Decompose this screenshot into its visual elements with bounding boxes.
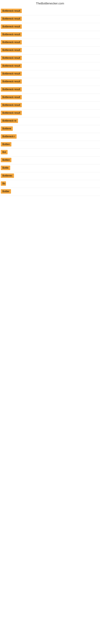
bottleneck-badge-18[interactable]: Bottlen [1, 142, 11, 146]
bottleneck-row-4: Bottleneck result [0, 31, 100, 39]
bottleneck-badge-1[interactable]: Bottleneck result [1, 9, 22, 13]
site-header: TheBottlenecker.com [0, 0, 100, 8]
bottleneck-badge-17[interactable]: Bottleneck r [1, 134, 17, 139]
bottleneck-badge-12[interactable]: Bottleneck result [1, 95, 22, 100]
bottleneck-badge-20[interactable]: Bottlen [1, 158, 11, 162]
bottleneck-row-19: Bot [0, 149, 100, 156]
bottleneck-row-18: Bottlen [0, 141, 100, 149]
bottleneck-row-5: Bottleneck result [0, 39, 100, 47]
bottleneck-row-11: Bottleneck result [0, 86, 100, 94]
bottleneck-row-13: Bottleneck result [0, 102, 100, 110]
bottleneck-row-14: Bottleneck result [0, 110, 100, 117]
bottleneck-badge-2[interactable]: Bottleneck result [1, 16, 22, 21]
bottleneck-row-23: Bo [0, 180, 100, 188]
page-container: TheBottlenecker.com Bottleneck resultBot… [0, 0, 100, 196]
bottleneck-row-9: Bottleneck result [0, 70, 100, 78]
bottleneck-row-6: Bottleneck result [0, 47, 100, 54]
bottleneck-badge-22[interactable]: Bottlenec [1, 174, 14, 178]
bottleneck-row-16: Bottlene [0, 125, 100, 133]
bottleneck-badge-15[interactable]: Bottleneck re [1, 118, 18, 123]
bottleneck-badge-21[interactable]: Bottle [1, 166, 10, 170]
bottleneck-row-2: Bottleneck result [0, 15, 100, 23]
bottleneck-badge-4[interactable]: Bottleneck result [1, 32, 22, 37]
rows-container: Bottleneck resultBottleneck resultBottle… [0, 8, 100, 196]
bottleneck-badge-10[interactable]: Bottleneck result [1, 79, 22, 84]
bottleneck-row-12: Bottleneck result [0, 94, 100, 102]
bottleneck-badge-14[interactable]: Bottleneck result [1, 111, 22, 115]
bottleneck-row-22: Bottlenec [0, 172, 100, 180]
bottleneck-row-21: Bottle [0, 164, 100, 172]
bottleneck-badge-16[interactable]: Bottlene [1, 126, 13, 131]
bottleneck-row-1: Bottleneck result [0, 8, 100, 15]
bottleneck-badge-7[interactable]: Bottleneck result [1, 56, 22, 60]
bottleneck-row-20: Bottlen [0, 156, 100, 164]
bottleneck-row-24: Bottler [0, 188, 100, 196]
site-title: TheBottlenecker.com [0, 0, 100, 8]
bottleneck-badge-3[interactable]: Bottleneck result [1, 24, 22, 29]
bottleneck-badge-6[interactable]: Bottleneck result [1, 48, 22, 52]
bottleneck-badge-23[interactable]: Bo [1, 181, 6, 186]
bottleneck-row-17: Bottleneck r [0, 133, 100, 141]
bottleneck-row-10: Bottleneck result [0, 78, 100, 86]
bottleneck-badge-8[interactable]: Bottleneck result [1, 64, 22, 68]
bottleneck-badge-11[interactable]: Bottleneck result [1, 87, 22, 92]
bottleneck-badge-24[interactable]: Bottler [1, 189, 11, 194]
bottleneck-row-8: Bottleneck result [0, 62, 100, 70]
bottleneck-badge-9[interactable]: Bottleneck result [1, 72, 22, 76]
bottleneck-row-3: Bottleneck result [0, 23, 100, 31]
bottleneck-badge-5[interactable]: Bottleneck result [1, 40, 22, 44]
bottleneck-badge-19[interactable]: Bot [1, 150, 8, 154]
bottleneck-row-7: Bottleneck result [0, 54, 100, 62]
bottleneck-row-15: Bottleneck re [0, 117, 100, 125]
bottleneck-badge-13[interactable]: Bottleneck result [1, 103, 22, 107]
